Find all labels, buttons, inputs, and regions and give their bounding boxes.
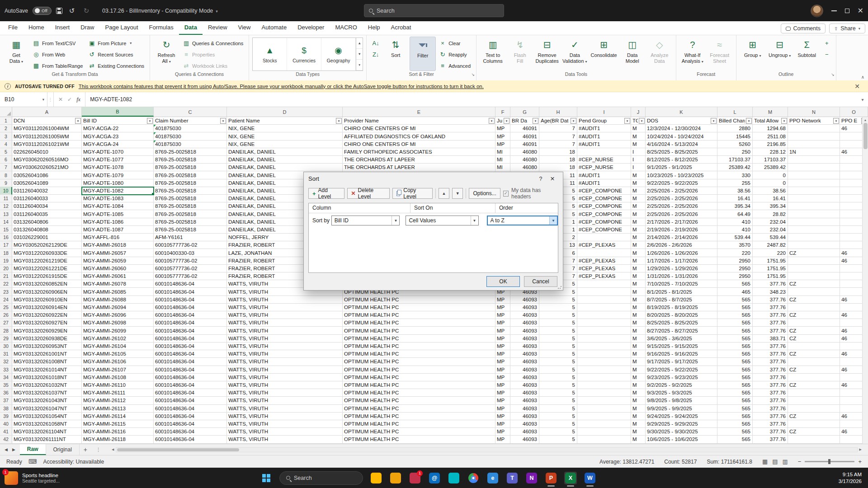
cell-m10[interactable]: 38.56 (753, 187, 788, 195)
cell-m42[interactable]: 377.76 (753, 436, 788, 443)
cell-k5[interactable]: 8/25/2025 - 8/25/2025 (646, 148, 717, 156)
row-number-30[interactable]: 30 (0, 343, 12, 350)
ribbon-subtotal-button[interactable]: ΣSubtotal (794, 37, 820, 71)
cell-a16[interactable]: 031026229001 (12, 234, 82, 241)
cell-l25[interactable]: 565 (717, 304, 753, 311)
cell-b15[interactable]: MGY-ADTE-1087 (82, 226, 154, 234)
cell-a6[interactable]: MGY030620260516MO (12, 156, 82, 164)
cell-h42[interactable]: 5 (539, 436, 577, 443)
sort-order-dropdown[interactable]: A to Z▼ (487, 216, 558, 225)
cell-e5[interactable]: FAMILY ORTHOPEDIC ASSOCIATES (343, 148, 495, 156)
cell-i5[interactable] (577, 148, 631, 156)
cell-c37[interactable]: 60010148636-04 (154, 397, 227, 404)
cell-g38[interactable]: 46093 (510, 405, 539, 413)
cell-i30[interactable] (577, 343, 631, 350)
cell-e2[interactable]: CHIRO ONE CENTERS OF MI (343, 125, 495, 132)
cell-l5[interactable]: 250 (717, 148, 753, 156)
cell-l6[interactable]: 17103.37 (717, 156, 753, 164)
cell-n8[interactable] (788, 171, 840, 179)
cell-l16[interactable]: 539.44 (717, 234, 753, 241)
cell-d35[interactable]: WATTS, VIRUTH (227, 381, 343, 389)
cell-l22[interactable]: 565 (717, 280, 753, 288)
cell-b33[interactable]: MGY-AMMI-26107 (82, 366, 154, 374)
cell-l11[interactable]: 16.41 (717, 195, 753, 202)
cell-a33[interactable]: MGY031320261014NT (12, 366, 82, 374)
cell-m21[interactable]: 1751.95 (753, 272, 788, 280)
cell-k42[interactable]: 10/6/2025 - 10/6/2025 (646, 436, 717, 443)
cell-c30[interactable]: 60010148636-04 (154, 343, 227, 350)
cell-l34[interactable]: 565 (717, 374, 753, 381)
row-number-33[interactable]: 33 (0, 366, 12, 374)
cell-j42[interactable]: M (631, 436, 646, 443)
row-number-20[interactable]: 20 (0, 265, 12, 272)
sort-column-dropdown[interactable]: Bill ID▼ (331, 216, 400, 225)
row-number-16[interactable]: 16 (0, 234, 12, 241)
tab-developer[interactable]: Developer (292, 22, 330, 35)
cell-i18[interactable] (577, 249, 631, 257)
cell-a19[interactable]: MGY031220261219DE (12, 257, 82, 265)
row-number-6[interactable]: 6 (0, 156, 12, 164)
fill-handle[interactable] (151, 192, 154, 195)
cell-l23[interactable]: 465 (717, 288, 753, 296)
cell-e34[interactable]: OPTIMUM HEALTH PC (343, 374, 495, 381)
comments-button[interactable]: Comments (781, 23, 826, 33)
select-all-corner[interactable] (0, 107, 12, 117)
cell-g2[interactable]: 46091 (510, 125, 539, 132)
cell-a40[interactable]: MGY031320261058NT (12, 420, 82, 428)
cell-b30[interactable]: MGY-AMMI-26104 (82, 343, 154, 350)
cell-n11[interactable] (788, 195, 840, 202)
cell-i36[interactable] (577, 389, 631, 397)
column-header-k[interactable]: K (646, 107, 717, 117)
cell-i21[interactable]: #CEP_PLEXAS (577, 272, 631, 280)
cell-j26[interactable]: M (631, 311, 646, 319)
cell-b28[interactable]: MGY-AMMI-26099 (82, 327, 154, 334)
cell-l13[interactable]: 64.49 (717, 210, 753, 218)
cell-m6[interactable]: 17103.37 (753, 156, 788, 164)
cell-m33[interactable]: 377.76 (753, 366, 788, 374)
cell-b26[interactable]: MGY-AMMI-26096 (82, 311, 154, 319)
cell-m35[interactable]: 377.76 (753, 381, 788, 389)
page-layout-view-icon[interactable]: ▤ (772, 458, 778, 465)
scroll-up-icon[interactable]: ▲ (864, 117, 867, 123)
cell-f6[interactable]: MI (495, 156, 510, 164)
cell-a5[interactable]: 022626045010 (12, 148, 82, 156)
normal-view-icon[interactable]: ▦ (762, 458, 768, 465)
cell-g28[interactable]: 46093 (510, 327, 539, 334)
horizontal-scroll-track[interactable] (116, 447, 857, 452)
cell-b6[interactable]: MGY-ADTE-1077 (82, 156, 154, 164)
cell-j27[interactable]: M (631, 319, 646, 327)
row-number-7[interactable]: 7 (0, 164, 12, 171)
ribbon-filter-button[interactable]: Filter (410, 37, 436, 71)
cell-n16[interactable] (788, 234, 840, 241)
cell-k33[interactable]: 9/22/2025 - 9/22/2025 (646, 366, 717, 374)
cell-a23[interactable]: MGY031320260906EN (12, 288, 82, 296)
cell-f27[interactable]: MP (495, 319, 510, 327)
cell-j22[interactable]: M (631, 280, 646, 288)
cell-h36[interactable]: 5 (539, 389, 577, 397)
cell-k2[interactable]: 12/3/2024 - 12/30/2024 (646, 125, 717, 132)
cell-k11[interactable]: 2/25/2026 - 2/25/2026 (646, 195, 717, 202)
cell-n37[interactable] (788, 397, 840, 404)
cell-n28[interactable]: CZ (788, 327, 840, 334)
row-number-28[interactable]: 28 (0, 327, 12, 334)
cell-j25[interactable]: M (631, 304, 646, 311)
cell-c11[interactable]: 8769-25-0025818 (154, 195, 227, 202)
cell-m37[interactable]: 377.76 (753, 397, 788, 404)
cell-n13[interactable] (788, 210, 840, 218)
cell-n36[interactable] (788, 389, 840, 397)
cell-b20[interactable]: MGY-AMMI-26060 (82, 265, 154, 272)
cell-k41[interactable]: 9/30/2025 - 9/30/2025 (646, 428, 717, 436)
ribbon-existing-connections-button[interactable]: ⇄Existing Connections (86, 61, 146, 71)
cell-i20[interactable]: #CEP_PLEXAS (577, 265, 631, 272)
cell-i16[interactable] (577, 234, 631, 241)
cell-b39[interactable]: MGY-AMMI-26114 (82, 413, 154, 420)
cell-c31[interactable]: 60010148636-04 (154, 350, 227, 358)
cell-m7[interactable]: 25389.42 (753, 164, 788, 171)
cell-e33[interactable]: OPTIMUM HEALTH PC (343, 366, 495, 374)
move-level-up-button[interactable]: ▲ (439, 188, 449, 199)
cell-n22[interactable]: CZ (788, 280, 840, 288)
cell-a15[interactable]: 031326040808 (12, 226, 82, 234)
taskbar-excel[interactable]: X (564, 472, 577, 484)
cell-m38[interactable]: 377.76 (753, 405, 788, 413)
ribbon-get-data-button[interactable]: ▦GetData▾ (3, 37, 29, 71)
